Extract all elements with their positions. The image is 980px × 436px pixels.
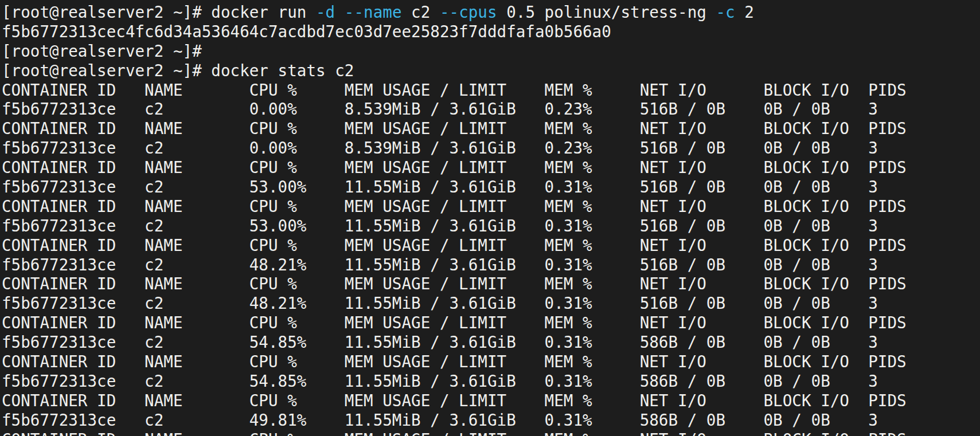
docker-run-command-line: [root@realserver2 ~]# docker run -d --na… bbox=[0, 3, 980, 22]
command-flag-text: -c bbox=[716, 3, 735, 21]
stats-header-row: CONTAINER ID NAME CPU % MEM USAGE / LIMI… bbox=[0, 391, 980, 411]
command-flag-text: -d bbox=[316, 3, 335, 21]
terminal-output-area: [root@realserver2 ~]# docker run -d --na… bbox=[0, 3, 980, 436]
command-text: 0.5 polinux/stress-ng bbox=[497, 3, 716, 21]
stats-header-row: CONTAINER ID NAME CPU % MEM USAGE / LIMI… bbox=[0, 236, 980, 256]
stats-header-row: CONTAINER ID NAME CPU % MEM USAGE / LIMI… bbox=[0, 81, 980, 100]
docker-stats-command-line: [root@realserver2 ~]# docker stats c2 bbox=[0, 61, 980, 81]
stats-header-row: CONTAINER ID NAME CPU % MEM USAGE / LIMI… bbox=[0, 197, 980, 217]
stats-data-row: f5b6772313ce c2 54.85% 11.55MiB / 3.61Gi… bbox=[0, 372, 980, 391]
stats-data-row: f5b6772313ce c2 0.00% 8.539MiB / 3.61GiB… bbox=[0, 139, 980, 158]
command-text: 2 bbox=[735, 3, 754, 21]
command-flag-text: --name bbox=[345, 3, 402, 21]
stats-data-row: f5b6772313ce c2 48.21% 11.55MiB / 3.61Gi… bbox=[0, 256, 980, 275]
partial-previous-line: [root@realserver2 ~]# bbox=[0, 0, 980, 3]
container-id-output-line: f5b6772313cec4fc6d34a536464c7acdbd7ec03d… bbox=[0, 22, 980, 42]
stats-header-row: CONTAINER ID NAME CPU % MEM USAGE / LIMI… bbox=[0, 352, 980, 372]
stats-data-row: f5b6772313ce c2 48.21% 11.55MiB / 3.61Gi… bbox=[0, 294, 980, 313]
command-text: c2 bbox=[401, 3, 439, 21]
stats-header-row: CONTAINER ID NAME CPU % MEM USAGE / LIMI… bbox=[0, 274, 980, 294]
stats-data-row: f5b6772313ce c2 53.00% 11.55MiB / 3.61Gi… bbox=[0, 217, 980, 236]
stats-data-row: f5b6772313ce c2 54.85% 11.55MiB / 3.61Gi… bbox=[0, 333, 980, 352]
prompt-line: [root@realserver2 ~]# bbox=[0, 42, 980, 61]
stats-header-row: CONTAINER ID NAME CPU % MEM USAGE / LIMI… bbox=[0, 119, 980, 139]
command-text: [root@realserver2 ~]# docker run bbox=[2, 3, 316, 21]
stats-data-row: f5b6772313ce c2 0.00% 8.539MiB / 3.61GiB… bbox=[0, 100, 980, 119]
stats-header-row: CONTAINER ID NAME CPU % MEM USAGE / LIMI… bbox=[0, 313, 980, 333]
command-flag-text: --cpus bbox=[440, 3, 497, 21]
stats-header-row: CONTAINER ID NAME CPU % MEM USAGE / LIMI… bbox=[0, 158, 980, 178]
command-text: [root@realserver2 ~]# docker stats c2 bbox=[2, 61, 354, 80]
stats-data-row: f5b6772313ce c2 53.00% 11.55MiB / 3.61Gi… bbox=[0, 178, 980, 197]
stats-header-row: CONTAINER ID NAME CPU % MEM USAGE / LIMI… bbox=[0, 430, 980, 436]
terminal-window[interactable]: [root@realserver2 ~]# [root@realserver2 … bbox=[0, 0, 980, 436]
stats-data-row: f5b6772313ce c2 49.81% 11.55MiB / 3.61Gi… bbox=[0, 411, 980, 430]
command-text bbox=[335, 3, 345, 21]
